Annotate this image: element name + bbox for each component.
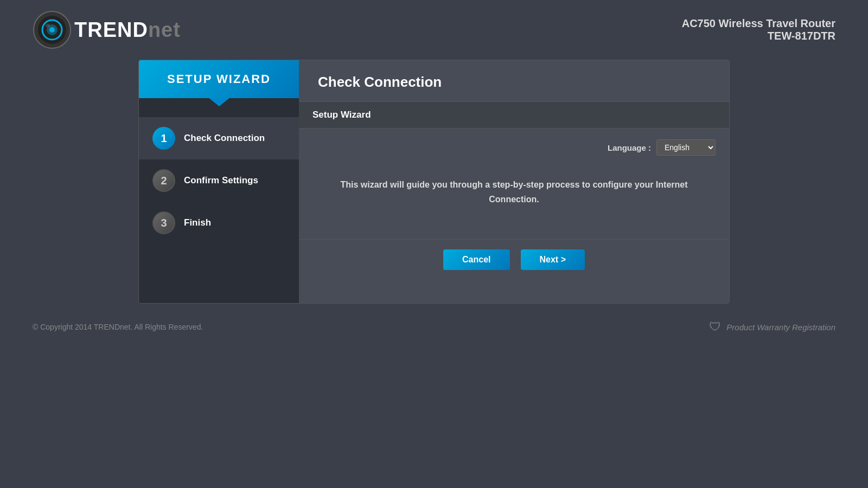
- page-header: TRENDnet AC750 Wireless Travel Router TE…: [0, 0, 868, 60]
- shield-icon: 🛡: [709, 320, 721, 334]
- product-name: AC750 Wireless Travel Router: [682, 17, 835, 30]
- main-container: SETUP WIZARD 1 Check Connection 2 Confir…: [138, 60, 730, 304]
- content-header: Check Connection: [299, 60, 729, 102]
- svg-point-4: [49, 27, 55, 33]
- step-2-circle: 2: [152, 169, 175, 192]
- warranty-area[interactable]: 🛡 Product Warranty Registration: [709, 320, 835, 334]
- product-info: AC750 Wireless Travel Router TEW-817DTR: [682, 17, 835, 42]
- wizard-description: This wizard will guide you through a ste…: [312, 156, 716, 228]
- sidebar: SETUP WIZARD 1 Check Connection 2 Confir…: [139, 60, 299, 303]
- next-button[interactable]: Next >: [521, 249, 585, 270]
- sidebar-title: SETUP WIZARD: [167, 72, 271, 86]
- cancel-button[interactable]: Cancel: [443, 249, 509, 270]
- language-select[interactable]: English French German Spanish Italian Ch…: [656, 139, 716, 156]
- step-3-number: 3: [161, 217, 167, 229]
- product-model: TEW-817DTR: [682, 30, 835, 42]
- sidebar-item-confirm-settings[interactable]: 2 Confirm Settings: [139, 159, 299, 202]
- step-2-label: Confirm Settings: [184, 175, 258, 186]
- wizard-description-text: This wizard will guide you through a ste…: [340, 177, 688, 207]
- step-3-label: Finish: [184, 217, 211, 228]
- step-2-number: 2: [161, 175, 167, 187]
- wizard-box-body: Language : English French German Spanish…: [299, 129, 729, 239]
- sidebar-header: SETUP WIZARD: [139, 60, 299, 98]
- wizard-footer: Cancel Next >: [299, 239, 729, 280]
- logo-area: TRENDnet: [33, 10, 181, 49]
- copyright-text: © Copyright 2014 TRENDnet. All Rights Re…: [33, 323, 203, 331]
- wizard-box: Setup Wizard Language : English French G…: [299, 102, 729, 280]
- trendnet-logo-icon: [33, 10, 72, 49]
- content-body: Setup Wizard Language : English French G…: [299, 102, 729, 303]
- content-area: Check Connection Setup Wizard Language :…: [299, 60, 729, 303]
- page-footer: © Copyright 2014 TRENDnet. All Rights Re…: [0, 320, 868, 334]
- page-title: Check Connection: [318, 74, 710, 91]
- step-1-number: 1: [161, 132, 167, 145]
- sidebar-steps: 1 Check Connection 2 Confirm Settings 3 …: [139, 112, 299, 244]
- sidebar-item-check-connection[interactable]: 1 Check Connection: [139, 117, 299, 159]
- sidebar-item-finish[interactable]: 3 Finish: [139, 202, 299, 244]
- step-3-circle: 3: [152, 211, 175, 234]
- warranty-text: Product Warranty Registration: [726, 323, 835, 332]
- wizard-box-title: Setup Wizard: [312, 110, 371, 120]
- brand-name: TRENDnet: [74, 18, 181, 42]
- step-1-circle: 1: [152, 127, 175, 150]
- wizard-box-header: Setup Wizard: [299, 102, 729, 129]
- step-1-label: Check Connection: [184, 133, 265, 144]
- language-row: Language : English French German Spanish…: [608, 139, 716, 156]
- language-label: Language :: [608, 143, 651, 152]
